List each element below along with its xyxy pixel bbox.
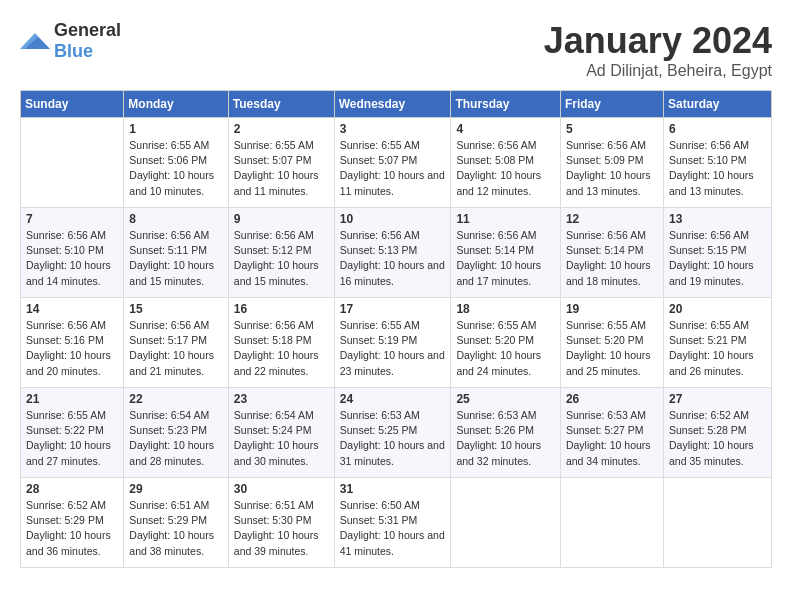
calendar-cell: 27 Sunrise: 6:52 AMSunset: 5:28 PMDaylig… (663, 388, 771, 478)
calendar-cell: 8 Sunrise: 6:56 AMSunset: 5:11 PMDayligh… (124, 208, 228, 298)
cell-date: 5 (566, 122, 658, 136)
calendar-cell: 1 Sunrise: 6:55 AMSunset: 5:06 PMDayligh… (124, 118, 228, 208)
cell-date: 12 (566, 212, 658, 226)
cell-date: 31 (340, 482, 446, 496)
calendar-cell: 10 Sunrise: 6:56 AMSunset: 5:13 PMDaylig… (334, 208, 451, 298)
cell-date: 1 (129, 122, 222, 136)
calendar-cell: 15 Sunrise: 6:56 AMSunset: 5:17 PMDaylig… (124, 298, 228, 388)
cell-info: Sunrise: 6:56 AMSunset: 5:08 PMDaylight:… (456, 138, 555, 199)
header-day-saturday: Saturday (663, 91, 771, 118)
cell-date: 21 (26, 392, 118, 406)
cell-date: 19 (566, 302, 658, 316)
title-block: January 2024 Ad Dilinjat, Beheira, Egypt (544, 20, 772, 80)
header-day-wednesday: Wednesday (334, 91, 451, 118)
cell-info: Sunrise: 6:55 AMSunset: 5:20 PMDaylight:… (566, 318, 658, 379)
cell-date: 13 (669, 212, 766, 226)
calendar-cell: 30 Sunrise: 6:51 AMSunset: 5:30 PMDaylig… (228, 478, 334, 568)
calendar-title: January 2024 (544, 20, 772, 62)
cell-date: 16 (234, 302, 329, 316)
week-row-2: 14 Sunrise: 6:56 AMSunset: 5:16 PMDaylig… (21, 298, 772, 388)
cell-info: Sunrise: 6:56 AMSunset: 5:16 PMDaylight:… (26, 318, 118, 379)
calendar-cell: 24 Sunrise: 6:53 AMSunset: 5:25 PMDaylig… (334, 388, 451, 478)
calendar-cell: 26 Sunrise: 6:53 AMSunset: 5:27 PMDaylig… (560, 388, 663, 478)
cell-info: Sunrise: 6:51 AMSunset: 5:30 PMDaylight:… (234, 498, 329, 559)
calendar-cell: 19 Sunrise: 6:55 AMSunset: 5:20 PMDaylig… (560, 298, 663, 388)
cell-info: Sunrise: 6:52 AMSunset: 5:28 PMDaylight:… (669, 408, 766, 469)
cell-date: 30 (234, 482, 329, 496)
cell-info: Sunrise: 6:56 AMSunset: 5:13 PMDaylight:… (340, 228, 446, 289)
cell-date: 27 (669, 392, 766, 406)
cell-info: Sunrise: 6:55 AMSunset: 5:20 PMDaylight:… (456, 318, 555, 379)
cell-date: 3 (340, 122, 446, 136)
calendar-cell: 3 Sunrise: 6:55 AMSunset: 5:07 PMDayligh… (334, 118, 451, 208)
logo-icon (20, 29, 50, 53)
calendar-cell: 11 Sunrise: 6:56 AMSunset: 5:14 PMDaylig… (451, 208, 561, 298)
cell-date: 10 (340, 212, 446, 226)
calendar-cell (560, 478, 663, 568)
cell-info: Sunrise: 6:54 AMSunset: 5:23 PMDaylight:… (129, 408, 222, 469)
cell-info: Sunrise: 6:55 AMSunset: 5:22 PMDaylight:… (26, 408, 118, 469)
calendar-cell: 31 Sunrise: 6:50 AMSunset: 5:31 PMDaylig… (334, 478, 451, 568)
cell-date: 29 (129, 482, 222, 496)
cell-info: Sunrise: 6:53 AMSunset: 5:27 PMDaylight:… (566, 408, 658, 469)
calendar-cell: 29 Sunrise: 6:51 AMSunset: 5:29 PMDaylig… (124, 478, 228, 568)
calendar-cell: 4 Sunrise: 6:56 AMSunset: 5:08 PMDayligh… (451, 118, 561, 208)
cell-date: 4 (456, 122, 555, 136)
calendar-cell: 20 Sunrise: 6:55 AMSunset: 5:21 PMDaylig… (663, 298, 771, 388)
calendar-cell (21, 118, 124, 208)
cell-info: Sunrise: 6:55 AMSunset: 5:19 PMDaylight:… (340, 318, 446, 379)
cell-info: Sunrise: 6:54 AMSunset: 5:24 PMDaylight:… (234, 408, 329, 469)
cell-info: Sunrise: 6:56 AMSunset: 5:17 PMDaylight:… (129, 318, 222, 379)
cell-date: 11 (456, 212, 555, 226)
calendar-cell: 14 Sunrise: 6:56 AMSunset: 5:16 PMDaylig… (21, 298, 124, 388)
cell-info: Sunrise: 6:52 AMSunset: 5:29 PMDaylight:… (26, 498, 118, 559)
cell-date: 25 (456, 392, 555, 406)
cell-date: 8 (129, 212, 222, 226)
week-row-4: 28 Sunrise: 6:52 AMSunset: 5:29 PMDaylig… (21, 478, 772, 568)
cell-date: 7 (26, 212, 118, 226)
calendar-cell: 16 Sunrise: 6:56 AMSunset: 5:18 PMDaylig… (228, 298, 334, 388)
cell-info: Sunrise: 6:53 AMSunset: 5:25 PMDaylight:… (340, 408, 446, 469)
cell-date: 24 (340, 392, 446, 406)
cell-date: 9 (234, 212, 329, 226)
header-day-monday: Monday (124, 91, 228, 118)
cell-date: 6 (669, 122, 766, 136)
cell-info: Sunrise: 6:56 AMSunset: 5:11 PMDaylight:… (129, 228, 222, 289)
logo: General Blue (20, 20, 121, 62)
logo-general: General (54, 20, 121, 40)
cell-info: Sunrise: 6:50 AMSunset: 5:31 PMDaylight:… (340, 498, 446, 559)
calendar-cell (451, 478, 561, 568)
logo-blue: Blue (54, 41, 93, 61)
cell-date: 26 (566, 392, 658, 406)
cell-date: 23 (234, 392, 329, 406)
header-day-sunday: Sunday (21, 91, 124, 118)
cell-date: 17 (340, 302, 446, 316)
calendar-table: SundayMondayTuesdayWednesdayThursdayFrid… (20, 90, 772, 568)
cell-date: 14 (26, 302, 118, 316)
cell-date: 2 (234, 122, 329, 136)
cell-date: 20 (669, 302, 766, 316)
calendar-cell: 22 Sunrise: 6:54 AMSunset: 5:23 PMDaylig… (124, 388, 228, 478)
cell-date: 28 (26, 482, 118, 496)
calendar-location: Ad Dilinjat, Beheira, Egypt (544, 62, 772, 80)
cell-info: Sunrise: 6:55 AMSunset: 5:21 PMDaylight:… (669, 318, 766, 379)
week-row-1: 7 Sunrise: 6:56 AMSunset: 5:10 PMDayligh… (21, 208, 772, 298)
calendar-cell: 28 Sunrise: 6:52 AMSunset: 5:29 PMDaylig… (21, 478, 124, 568)
week-row-0: 1 Sunrise: 6:55 AMSunset: 5:06 PMDayligh… (21, 118, 772, 208)
cell-info: Sunrise: 6:55 AMSunset: 5:07 PMDaylight:… (340, 138, 446, 199)
week-row-3: 21 Sunrise: 6:55 AMSunset: 5:22 PMDaylig… (21, 388, 772, 478)
calendar-cell (663, 478, 771, 568)
cell-date: 18 (456, 302, 555, 316)
cell-date: 22 (129, 392, 222, 406)
cell-info: Sunrise: 6:56 AMSunset: 5:10 PMDaylight:… (26, 228, 118, 289)
cell-date: 15 (129, 302, 222, 316)
calendar-cell: 23 Sunrise: 6:54 AMSunset: 5:24 PMDaylig… (228, 388, 334, 478)
cell-info: Sunrise: 6:56 AMSunset: 5:14 PMDaylight:… (566, 228, 658, 289)
cell-info: Sunrise: 6:56 AMSunset: 5:15 PMDaylight:… (669, 228, 766, 289)
calendar-cell: 25 Sunrise: 6:53 AMSunset: 5:26 PMDaylig… (451, 388, 561, 478)
calendar-cell: 17 Sunrise: 6:55 AMSunset: 5:19 PMDaylig… (334, 298, 451, 388)
calendar-header-row: SundayMondayTuesdayWednesdayThursdayFrid… (21, 91, 772, 118)
cell-info: Sunrise: 6:51 AMSunset: 5:29 PMDaylight:… (129, 498, 222, 559)
cell-info: Sunrise: 6:56 AMSunset: 5:14 PMDaylight:… (456, 228, 555, 289)
calendar-cell: 12 Sunrise: 6:56 AMSunset: 5:14 PMDaylig… (560, 208, 663, 298)
